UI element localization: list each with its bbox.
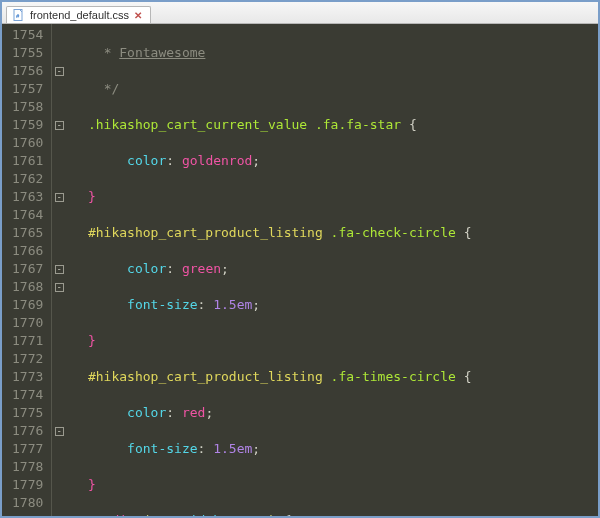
code-line: * Fontawesome [72, 44, 598, 62]
line-number: 1770 [12, 314, 43, 332]
code-line: } [72, 476, 598, 494]
line-number: 1768 [12, 278, 43, 296]
fold-slot [52, 386, 66, 404]
fold-slot: - [52, 260, 66, 278]
fold-slot [52, 440, 66, 458]
close-icon[interactable]: ✕ [134, 10, 142, 21]
fold-slot [52, 494, 66, 512]
code-area[interactable]: * Fontawesome */ .hikashop_cart_current_… [66, 24, 598, 516]
fold-slot [52, 224, 66, 242]
fold-toggle-icon[interactable]: - [55, 121, 64, 130]
tab-bar: # frontend_default.css ✕ [2, 2, 598, 24]
code-line: font-size: 1.5em; [72, 440, 598, 458]
css-file-icon: # [13, 9, 25, 21]
code-line: } [72, 188, 598, 206]
line-number: 1754 [12, 26, 43, 44]
line-number: 1757 [12, 80, 43, 98]
line-number: 1777 [12, 440, 43, 458]
line-number: 1771 [12, 332, 43, 350]
fold-slot [52, 368, 66, 386]
code-line: @media (max-width:768px) { [72, 512, 598, 516]
fold-slot [52, 458, 66, 476]
fold-slot [52, 80, 66, 98]
tab-filename: frontend_default.css [30, 9, 129, 21]
code-line: color: red; [72, 404, 598, 422]
fold-slot: - [52, 422, 66, 440]
line-number: 1773 [12, 368, 43, 386]
line-number: 1767 [12, 260, 43, 278]
fold-slot: - [52, 188, 66, 206]
line-number: 1756 [12, 62, 43, 80]
fold-slot [52, 152, 66, 170]
fold-slot [52, 44, 66, 62]
code-line: font-size: 1.5em; [72, 296, 598, 314]
fold-toggle-icon[interactable]: - [55, 283, 64, 292]
fold-slot [52, 332, 66, 350]
fold-slot: - [52, 278, 66, 296]
line-number: 1765 [12, 224, 43, 242]
fold-slot: - [52, 62, 66, 80]
fold-gutter: ------ [52, 24, 66, 516]
file-tab[interactable]: # frontend_default.css ✕ [6, 6, 151, 23]
code-line: } [72, 332, 598, 350]
fold-slot [52, 476, 66, 494]
fold-slot [52, 296, 66, 314]
fold-toggle-icon[interactable]: - [55, 427, 64, 436]
code-editor[interactable]: 1754175517561757175817591760176117621763… [2, 24, 598, 516]
line-number: 1759 [12, 116, 43, 134]
line-number: 1764 [12, 206, 43, 224]
line-number: 1779 [12, 476, 43, 494]
code-line: .hikashop_cart_current_value .fa.fa-star… [72, 116, 598, 134]
fold-slot [52, 314, 66, 332]
line-number: 1780 [12, 494, 43, 512]
line-number: 1766 [12, 242, 43, 260]
fold-slot [52, 134, 66, 152]
fold-slot [52, 170, 66, 188]
code-line: color: green; [72, 260, 598, 278]
code-line: color: goldenrod; [72, 152, 598, 170]
fold-slot [52, 242, 66, 260]
line-number: 1761 [12, 152, 43, 170]
fold-slot [52, 98, 66, 116]
line-number: 1755 [12, 44, 43, 62]
fold-toggle-icon[interactable]: - [55, 193, 64, 202]
editor-window: # frontend_default.css ✕ 175417551756175… [0, 0, 600, 518]
code-line: #hikashop_cart_product_listing .fa-check… [72, 224, 598, 242]
line-number: 1778 [12, 458, 43, 476]
code-line: #hikashop_cart_product_listing .fa-times… [72, 368, 598, 386]
line-number: 1760 [12, 134, 43, 152]
line-number: 1763 [12, 188, 43, 206]
line-number: 1758 [12, 98, 43, 116]
fold-toggle-icon[interactable]: - [55, 67, 64, 76]
line-number: 1772 [12, 350, 43, 368]
line-number: 1774 [12, 386, 43, 404]
fold-slot: - [52, 116, 66, 134]
line-number-gutter: 1754175517561757175817591760176117621763… [2, 24, 52, 516]
fold-slot [52, 404, 66, 422]
fold-slot [52, 350, 66, 368]
fold-slot [52, 26, 66, 44]
fold-slot [52, 206, 66, 224]
line-number: 1776 [12, 422, 43, 440]
fold-toggle-icon[interactable]: - [55, 265, 64, 274]
line-number: 1769 [12, 296, 43, 314]
line-number: 1762 [12, 170, 43, 188]
line-number: 1775 [12, 404, 43, 422]
code-line: */ [72, 80, 598, 98]
